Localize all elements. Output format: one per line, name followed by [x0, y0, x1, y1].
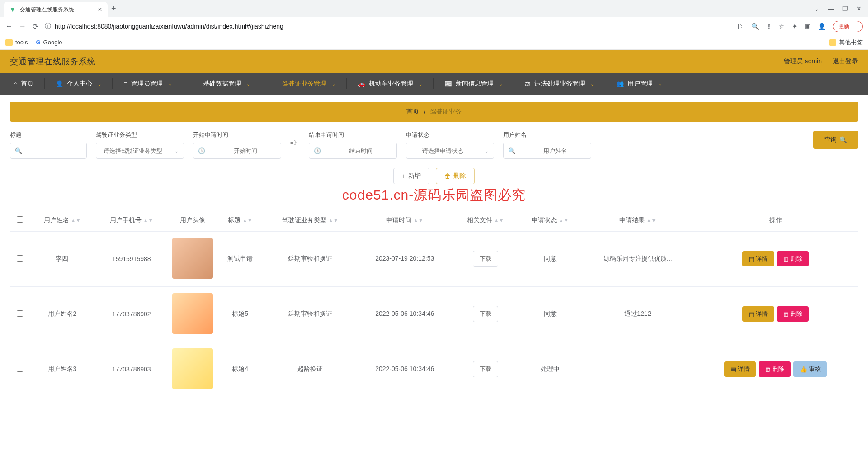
clock-icon: 🕒: [193, 147, 210, 154]
nav-item-4[interactable]: ⛶驾驶证业务管理⌄: [261, 73, 346, 95]
title-label: 标题: [10, 131, 87, 139]
breadcrumb-home[interactable]: 首页: [406, 108, 419, 116]
nav-item-2[interactable]: ≡管理员管理⌄: [113, 73, 182, 95]
trash-icon: 🗑: [765, 366, 771, 373]
forward-icon[interactable]: →: [19, 22, 26, 30]
row-checkbox[interactable]: [17, 310, 23, 317]
zoom-icon[interactable]: 🔍: [751, 23, 759, 30]
download-button[interactable]: 下载: [473, 361, 498, 377]
cell-ops: ▤ 详情🗑 删除👍 审核: [693, 342, 858, 397]
nav-label: 基础数据管理: [203, 80, 241, 88]
nav-item-3[interactable]: ≣基础数据管理⌄: [183, 73, 261, 95]
detail-button[interactable]: ▤ 详情: [724, 361, 756, 377]
cell-result: [582, 342, 693, 397]
start-input[interactable]: [210, 143, 281, 158]
start-date-input[interactable]: 🕒: [193, 143, 281, 159]
nav-label: 用户管理: [627, 80, 653, 88]
new-tab-button[interactable]: +: [111, 4, 116, 14]
row-checkbox[interactable]: [17, 255, 23, 262]
bookmark-other[interactable]: 其他书签: [829, 38, 863, 47]
nav-item-5[interactable]: 🚗机动车业务管理⌄: [347, 73, 433, 95]
nav-item-0[interactable]: ⌂首页: [3, 73, 44, 95]
browser-tab[interactable]: ▼ 交通管理在线服务系统 ✕: [4, 2, 108, 17]
select-all-checkbox[interactable]: [17, 216, 23, 223]
audit-button[interactable]: 👍 审核: [793, 361, 827, 377]
extensions-icon[interactable]: ✦: [792, 23, 797, 30]
detail-button[interactable]: ▤ 详情: [742, 306, 774, 322]
type-input[interactable]: [96, 143, 170, 158]
col-ops: 操作: [693, 209, 858, 232]
col-apply-time[interactable]: 申请时间▲▼: [356, 209, 453, 232]
sort-icon: ▲▼: [413, 219, 423, 222]
nav-label: 违法处理业务管理: [534, 80, 585, 88]
chevron-down-icon: ⌄: [332, 81, 335, 86]
chevron-down-icon: ⌄: [658, 81, 662, 86]
end-input[interactable]: [326, 143, 396, 158]
col-status[interactable]: 申请状态▲▼: [518, 209, 582, 232]
download-button[interactable]: 下载: [473, 251, 498, 267]
row-checkbox[interactable]: [17, 366, 23, 372]
chevron-down-icon: ⌄: [499, 81, 503, 86]
bookmark-star-icon[interactable]: ☆: [779, 23, 785, 30]
profile-icon[interactable]: 👤: [818, 23, 826, 30]
vue-favicon: ▼: [9, 6, 16, 13]
title-input-wrap[interactable]: 🔍: [10, 143, 87, 159]
end-date-input[interactable]: 🕒: [309, 143, 397, 159]
chevron-down-icon[interactable]: ⌄: [814, 5, 820, 12]
table-header-row: 用户姓名▲▼ 用户手机号▲▼ 用户头像 标题▲▼ 驾驶证业务类型▲▼ 申请时间▲…: [10, 209, 858, 232]
row-delete-button[interactable]: 🗑 删除: [777, 251, 809, 266]
nav-item-1[interactable]: 👤个人中心⌄: [45, 73, 112, 95]
nav-item-7[interactable]: ⚖违法处理业务管理⌄: [514, 73, 605, 95]
username-input-wrap[interactable]: 🔍: [503, 143, 591, 159]
bulk-delete-button[interactable]: 🗑 删除: [436, 168, 475, 184]
tab-bar: ▼ 交通管理在线服务系统 ✕ + ⌄ — ❐ ✕: [0, 0, 868, 17]
download-button[interactable]: 下载: [473, 306, 498, 322]
bookmark-tools[interactable]: tools: [5, 39, 28, 46]
status-select[interactable]: ⌄: [406, 143, 494, 159]
url-text: http://localhost:8080/jiaotongguanlizaix…: [55, 23, 283, 30]
type-select[interactable]: ⌄: [96, 143, 184, 159]
action-row: + 新增 🗑 删除: [10, 168, 858, 184]
logout-link[interactable]: 退出登录: [833, 57, 858, 66]
title-input[interactable]: [27, 143, 86, 158]
sidepanel-icon[interactable]: ▣: [805, 23, 811, 30]
cell-username: 用户姓名2: [30, 286, 94, 342]
range-separator: =》: [290, 139, 300, 151]
col-result[interactable]: 申请结果▲▼: [582, 209, 693, 232]
status-input[interactable]: [406, 143, 480, 158]
back-icon[interactable]: ←: [5, 22, 13, 30]
url-box[interactable]: ⓘ http://localhost:8080/jiaotongguanliza…: [45, 22, 731, 30]
watermark-text: code51.cn-源码乐园盗图必究: [10, 186, 858, 204]
add-button[interactable]: + 新增: [393, 168, 429, 184]
row-delete-button[interactable]: 🗑 删除: [759, 361, 791, 377]
col-phone[interactable]: 用户手机号▲▼: [94, 209, 169, 232]
chevron-down-icon: ⌄: [590, 81, 594, 86]
avatar: [172, 348, 213, 389]
reload-icon[interactable]: ⟳: [33, 22, 38, 31]
row-delete-button[interactable]: 🗑 删除: [777, 306, 809, 322]
end-label: 结束申请时间: [309, 131, 397, 139]
nav-icon: ⚖: [525, 80, 531, 87]
close-window-icon[interactable]: ✕: [856, 5, 862, 12]
col-type[interactable]: 驾驶证业务类型▲▼: [264, 209, 357, 232]
update-button[interactable]: 更新 ⋮: [833, 21, 863, 32]
minimize-icon[interactable]: —: [828, 5, 834, 12]
nav-item-8[interactable]: 👥用户管理⌄: [605, 73, 673, 95]
nav-menu: ⌂首页👤个人中心⌄≡管理员管理⌄≣基础数据管理⌄⛶驾驶证业务管理⌄🚗机动车业务管…: [0, 73, 868, 95]
detail-button[interactable]: ▤ 详情: [742, 251, 774, 266]
username-input[interactable]: [520, 143, 591, 158]
key-icon[interactable]: ⚿: [738, 23, 744, 30]
breadcrumb: 首页 / 驾驶证业务: [10, 102, 858, 122]
user-label[interactable]: 管理员 admin: [784, 57, 822, 66]
close-tab-icon[interactable]: ✕: [98, 6, 102, 13]
col-username[interactable]: 用户姓名▲▼: [30, 209, 94, 232]
share-icon[interactable]: ⇪: [766, 23, 772, 30]
query-button[interactable]: 查询 🔍: [813, 131, 858, 149]
bookmark-google[interactable]: G Google: [36, 39, 62, 46]
nav-icon: 📰: [444, 80, 452, 87]
nav-item-6[interactable]: 📰新闻信息管理⌄: [434, 73, 514, 95]
col-file[interactable]: 相关文件▲▼: [453, 209, 518, 232]
col-title[interactable]: 标题▲▼: [217, 209, 264, 232]
maximize-icon[interactable]: ❐: [842, 5, 848, 12]
col-avatar: 用户头像: [169, 209, 217, 232]
